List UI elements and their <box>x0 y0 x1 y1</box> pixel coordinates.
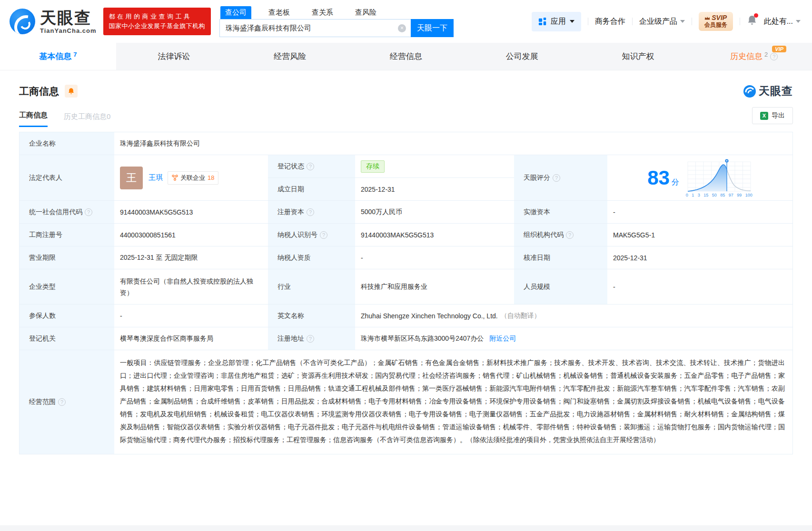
menu-cooperation[interactable]: 商务合作 <box>595 17 625 27</box>
row-label: 英文名称 <box>268 305 355 327</box>
english-name-value: Zhuhai Shengze Xinchen Technology Co., L… <box>361 312 498 320</box>
related-graph-icon <box>172 175 178 181</box>
search-tab-company[interactable]: 查公司 <box>220 6 251 19</box>
row-label: 登记状态 ? <box>268 155 355 177</box>
row-label: 参保人数 <box>20 305 114 327</box>
reg-authority-value: 横琴粤澳深度合作区商事服务局 <box>114 327 268 350</box>
tab-company-development-label: 公司发展 <box>506 51 538 62</box>
help-icon[interactable]: ? <box>307 163 314 170</box>
tab-history-info[interactable]: VIP 历史信息 2 ? <box>696 43 812 70</box>
legal-rep-link[interactable]: 王琪 <box>149 173 163 182</box>
menu-enterprise[interactable]: 企业级产品 <box>639 17 685 27</box>
tab-intellectual-property[interactable]: 知识产权 <box>580 43 696 70</box>
score-unit: 分 <box>672 178 679 186</box>
score-distribution-chart: 01 315 5085 9799 100 <box>686 158 753 197</box>
status-badge: 存续 <box>361 160 385 173</box>
related-label: 关联企业 <box>180 174 205 182</box>
search-tab-risk[interactable]: 查风险 <box>350 6 381 19</box>
table-row: 登记机关 横琴粤澳深度合作区商事服务局 注册地址 ? 珠海市横琴新区环岛东路30… <box>20 327 792 350</box>
reg-status-cell: 存续 <box>355 155 514 177</box>
help-icon[interactable]: ? <box>307 335 314 343</box>
search-module: 查公司 查老板 查关系 查风险 × 天眼一下 <box>219 6 454 37</box>
business-info-table: 企业名称 珠海盛泽鑫辰科技有限公司 法定代表人 王 王琪 关联企业 18 <box>19 132 793 454</box>
notification-bell-button[interactable] <box>747 15 757 28</box>
row-label: 企业名称 <box>20 132 114 155</box>
row-label: 成立日期 <box>268 178 355 200</box>
table-row: 法定代表人 王 王琪 关联企业 18 <box>20 155 792 201</box>
tab-legal-litigation[interactable]: 法律诉讼 <box>116 43 232 70</box>
apps-menu[interactable]: 应用 <box>532 12 581 31</box>
help-icon[interactable]: ? <box>553 174 560 182</box>
apps-label: 应用 <box>551 17 566 27</box>
promo-line1: 都在用的商业查询工具 <box>109 12 206 21</box>
row-label: 纳税人识别号 ? <box>268 224 355 246</box>
row-label: 人员规模 <box>514 269 607 304</box>
business-term-value: 2025-12-31 至 无固定期限 <box>114 246 268 269</box>
export-label: 导出 <box>772 111 785 120</box>
approval-date-value: 2025-12-31 <box>607 246 792 269</box>
nearby-companies-link[interactable]: 附近公司 <box>489 334 516 343</box>
svip-label: SVIP <box>712 14 727 21</box>
main-content: 工商信息 天眼查 工商信息 历史工商信息0 X 导出 企业名称 <box>0 84 812 454</box>
chevron-down-icon <box>570 20 574 23</box>
reg-address-value: 珠海市横琴新区环岛东路3000号2407办公 <box>361 334 484 343</box>
help-icon[interactable]: ? <box>770 53 778 60</box>
help-icon[interactable]: ? <box>320 231 327 239</box>
bell-icon <box>68 88 75 95</box>
tab-business-info[interactable]: 经营信息 <box>348 43 464 70</box>
company-name-value: 珠海盛泽鑫辰科技有限公司 <box>114 132 792 155</box>
header-menu: 应用 商务合作 企业级产品 SVIP 会员服务 <box>532 12 801 31</box>
search-input[interactable] <box>226 24 398 32</box>
status-date-stack: 登记状态 ? 存续 成立日期 2025-12-31 <box>268 155 514 200</box>
tab-basic-info[interactable]: 基本信息 7 <box>0 43 116 70</box>
score-axis-ticks: 01 315 5085 9799 100 <box>686 193 753 197</box>
row-label: 登记机关 <box>20 327 114 350</box>
excel-icon: X <box>760 112 768 120</box>
staff-size-value: - <box>607 269 792 304</box>
row-label: 纳税人资质 <box>268 246 355 269</box>
paidin-capital-value: - <box>607 201 792 223</box>
tab-operating-risk[interactable]: 经营风险 <box>232 43 348 70</box>
help-icon[interactable]: ? <box>566 231 574 239</box>
related-companies-badge[interactable]: 关联企业 18 <box>168 171 218 185</box>
company-type-value: 有限责任公司（非自然人投资或控股的法人独资） <box>114 269 268 304</box>
crown-icon <box>704 16 710 20</box>
score-cell[interactable]: 83 分 <box>607 155 792 200</box>
search-tab-boss[interactable]: 查老板 <box>264 6 295 19</box>
help-icon[interactable]: ? <box>85 208 92 216</box>
industry-value: 科技推广和应用服务业 <box>355 269 514 304</box>
tab-company-development[interactable]: 公司发展 <box>464 43 580 70</box>
vip-badge: VIP <box>772 46 786 52</box>
user-account-menu[interactable]: 此处有... <box>764 17 801 27</box>
row-label: 营业期限 <box>20 246 114 269</box>
row-label: 核准日期 <box>514 246 607 269</box>
watermark-text: 天眼查 <box>759 84 793 98</box>
table-row: 参保人数 - 英文名称 Zhuhai Shengze Xinchen Techn… <box>20 305 792 327</box>
business-scope-value: 一般项目：供应链管理服务；企业总部管理；化工产品销售（不含许可类化工产品）；金属… <box>114 350 792 454</box>
export-button[interactable]: X 导出 <box>752 107 793 124</box>
monitor-bell-button[interactable] <box>65 85 78 98</box>
avatar[interactable]: 王 <box>120 167 143 189</box>
legal-rep-cell: 王 王琪 关联企业 18 <box>114 155 268 200</box>
tab-intellectual-property-label: 知识产权 <box>622 51 654 62</box>
table-row: 经营范围 ? 一般项目：供应链管理服务；企业总部管理；化工产品销售（不含许可类化… <box>20 350 792 454</box>
chevron-down-icon <box>796 20 801 23</box>
auto-translate-note: （自动翻译） <box>501 312 541 320</box>
search-button[interactable]: 天眼一下 <box>411 19 454 37</box>
help-icon[interactable]: ? <box>58 398 66 406</box>
menu-enterprise-label: 企业级产品 <box>639 17 677 27</box>
page-bottom-strip <box>0 525 812 531</box>
svip-membership-button[interactable]: SVIP 会员服务 <box>699 12 733 31</box>
svip-sublabel: 会员服务 <box>704 21 727 29</box>
tab-legal-litigation-label: 法律诉讼 <box>158 51 190 62</box>
row-label: 组织机构代码 ? <box>514 224 607 246</box>
notification-dot <box>754 13 758 18</box>
help-icon[interactable]: ? <box>307 208 314 216</box>
row-label: 天眼评分 ? <box>514 155 607 200</box>
clear-icon[interactable]: × <box>398 24 406 32</box>
tianyancha-logo[interactable]: 天眼查 TianYanCha.com <box>10 9 97 34</box>
subtab-history-business-info[interactable]: 历史工商信息0 <box>64 112 110 127</box>
taxpayer-id-value: 91440003MAK5G5G513 <box>355 224 514 246</box>
search-tab-relation[interactable]: 查关系 <box>307 6 338 19</box>
subtab-business-info[interactable]: 工商信息 <box>19 111 48 127</box>
